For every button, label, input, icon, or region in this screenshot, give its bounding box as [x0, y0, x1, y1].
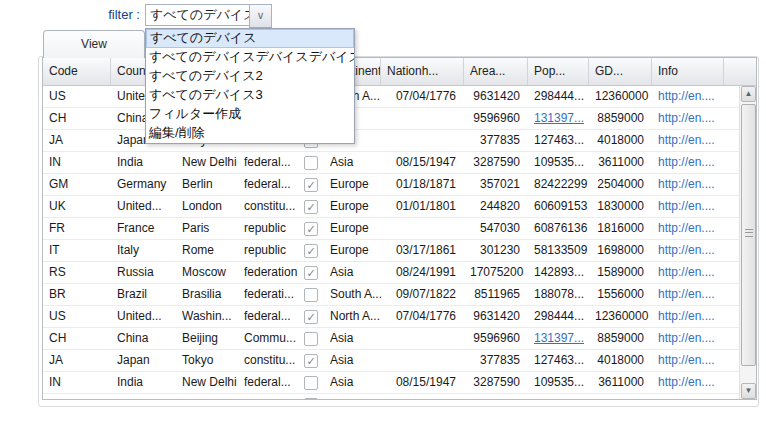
cell-area: 3287590 [464, 372, 528, 393]
table-row[interactable]: BR Brazil Brasilia federati... South A..… [43, 284, 741, 306]
cell-info-link[interactable]: http://en.... [652, 108, 741, 129]
checkbox-icon[interactable] [304, 354, 318, 368]
cell-nationhood: 09/07/1822 [381, 284, 464, 305]
cell-country: United... [111, 306, 176, 327]
cell-checkbox[interactable] [298, 262, 324, 283]
cell-area: 357021 [464, 394, 528, 400]
table-row[interactable]: RS Russia Moscow federation Asia 08/24/1… [43, 262, 741, 284]
cell-checkbox[interactable] [298, 218, 324, 239]
table-row[interactable]: US United... Washin... federal... North … [43, 306, 741, 328]
cell-checkbox[interactable] [298, 372, 324, 393]
cell-info-link[interactable]: http://en.... [652, 328, 741, 349]
column-header-info[interactable]: Info [652, 58, 724, 85]
cell-area: 301230 [464, 240, 528, 261]
dropdown-item[interactable]: すべてのデバイス2 [146, 67, 354, 86]
column-header-area[interactable]: Area... [464, 58, 528, 85]
cell-checkbox[interactable] [298, 284, 324, 305]
table-row[interactable]: GM Germany Berlin federal... Europe 01/1… [43, 394, 741, 400]
dropdown-item[interactable]: 編集/削除 [146, 124, 354, 143]
cell-checkbox[interactable] [298, 152, 324, 173]
cell-checkbox[interactable] [298, 174, 324, 195]
cell-info-link[interactable]: http://en.... [652, 196, 741, 217]
cell-continent: Asia [324, 262, 381, 283]
combobox-trigger-button[interactable]: ∨ [249, 4, 272, 28]
cell-government: federati... [238, 284, 298, 305]
cell-info-link[interactable]: http://en.... [652, 372, 741, 393]
checkbox-icon[interactable] [304, 288, 318, 302]
cell-checkbox[interactable] [298, 196, 324, 217]
cell-info-link[interactable]: http://en.... [652, 86, 741, 107]
checkbox-icon[interactable] [304, 398, 318, 400]
table-row[interactable]: IN India New Delhi federal... Asia 08/15… [43, 372, 741, 394]
cell-info-link[interactable]: http://en.... [652, 218, 741, 239]
checkbox-icon[interactable] [304, 376, 318, 390]
cell-nationhood: 01/18/1871 [381, 174, 464, 195]
cell-info-link[interactable]: http://en.... [652, 240, 741, 261]
column-header-nationhood[interactable]: Nationh... [381, 58, 464, 85]
cell-government: federal... [238, 372, 298, 393]
cell-population: 109535... [528, 152, 589, 173]
cell-code: UK [43, 196, 111, 217]
cell-checkbox[interactable] [298, 350, 324, 371]
checkbox-icon[interactable] [304, 244, 318, 258]
cell-checkbox[interactable] [298, 306, 324, 327]
cell-checkbox[interactable] [298, 240, 324, 261]
cell-nationhood [381, 218, 464, 239]
column-header-population[interactable]: Pop... [528, 58, 589, 85]
cell-info-link[interactable]: http://en.... [652, 174, 741, 195]
cell-nationhood: 07/04/1776 [381, 306, 464, 327]
checkbox-icon[interactable] [304, 200, 318, 214]
cell-area: 9631420 [464, 86, 528, 107]
dropdown-item[interactable]: フィルター作成 [146, 105, 354, 124]
checkbox-icon[interactable] [304, 332, 318, 346]
cell-gdp: 2504000 [589, 174, 652, 195]
table-row[interactable]: UK United... London constitu... Europe 0… [43, 196, 741, 218]
table-row[interactable]: FR France Paris republic Europe 547030 6… [43, 218, 741, 240]
column-header-gdp[interactable]: GD... [589, 58, 652, 85]
checkbox-icon[interactable] [304, 222, 318, 236]
cell-info-link[interactable]: http://en.... [652, 394, 741, 400]
table-row[interactable]: GM Germany Berlin federal... Europe 01/1… [43, 174, 741, 196]
dropdown-item[interactable]: すべてのデバイス [146, 29, 354, 48]
cell-capital: Moscow [176, 262, 238, 283]
cell-gdp: 1698000 [589, 240, 652, 261]
dropdown-item[interactable]: すべてのデバイス3 [146, 86, 354, 105]
cell-continent: North A... [324, 306, 381, 327]
cell-capital: Brasilia [176, 284, 238, 305]
column-header-code[interactable]: Code [43, 58, 111, 85]
vertical-scrollbar[interactable]: ▲ ▼ [739, 86, 756, 399]
checkbox-icon[interactable] [304, 310, 318, 324]
cell-info-link[interactable]: http://en.... [652, 130, 741, 151]
filter-combobox-input[interactable]: すべてのデバイス [145, 4, 251, 26]
cell-checkbox[interactable] [298, 394, 324, 400]
cell-country: France [111, 218, 176, 239]
scroll-down-button[interactable]: ▼ [741, 383, 756, 399]
cell-info-link[interactable]: http://en.... [652, 284, 741, 305]
checkbox-icon[interactable] [304, 156, 318, 170]
cell-capital: Beijing [176, 328, 238, 349]
cell-checkbox[interactable] [298, 328, 324, 349]
table-row[interactable]: IT Italy Rome republic Europe 03/17/1861… [43, 240, 741, 262]
cell-info-link[interactable]: http://en.... [652, 306, 741, 327]
checkbox-icon[interactable] [304, 178, 318, 192]
checkbox-icon[interactable] [304, 266, 318, 280]
cell-gdp: 1830000 [589, 196, 652, 217]
dropdown-item[interactable]: すべてのデバイスデバイスデバイス1 [146, 48, 354, 67]
scrollbar-thumb[interactable] [741, 104, 756, 366]
cell-info-link[interactable]: http://en.... [652, 152, 741, 173]
table-row[interactable]: CH China Beijing Commu... Asia 9596960 1… [43, 328, 741, 350]
cell-code: US [43, 306, 111, 327]
cell-country: United... [111, 196, 176, 217]
cell-info-link[interactable]: http://en.... [652, 262, 741, 283]
table-row[interactable]: JA Japan Tokyo constitu... Asia 377835 1… [43, 350, 741, 372]
tab-view[interactable]: View [43, 30, 145, 58]
cell-area: 9631420 [464, 306, 528, 327]
table-row[interactable]: IN India New Delhi federal... Asia 08/15… [43, 152, 741, 174]
chevron-down-icon: ∨ [250, 5, 271, 25]
cell-info-link[interactable]: http://en.... [652, 350, 741, 371]
scroll-up-button[interactable]: ▲ [741, 86, 756, 102]
filter-label: filter : [60, 7, 140, 22]
arrow-up-icon: ▲ [742, 87, 755, 101]
cell-country: China [111, 328, 176, 349]
cell-government: constitu... [238, 196, 298, 217]
